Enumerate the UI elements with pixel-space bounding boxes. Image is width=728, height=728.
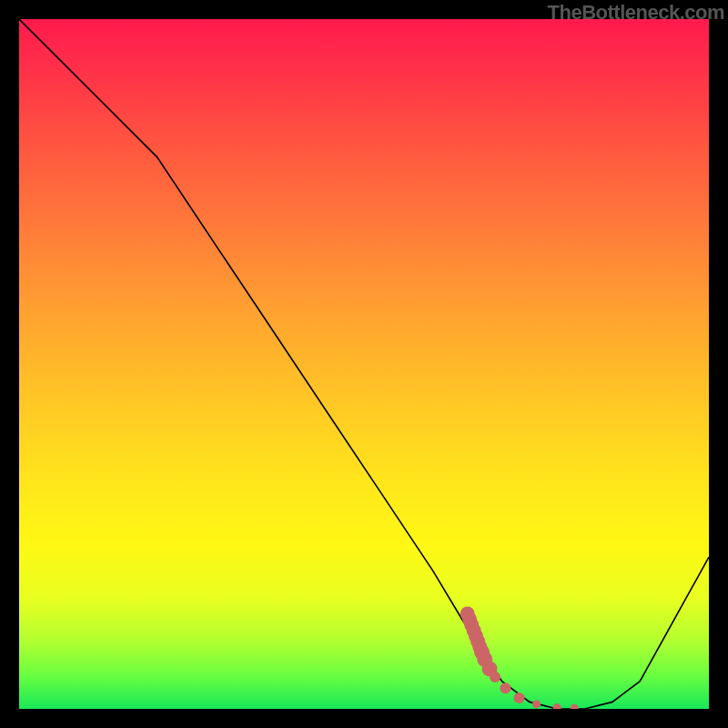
plot-background (19, 19, 709, 709)
attribution-text: TheBottleneck.com (548, 1, 724, 25)
